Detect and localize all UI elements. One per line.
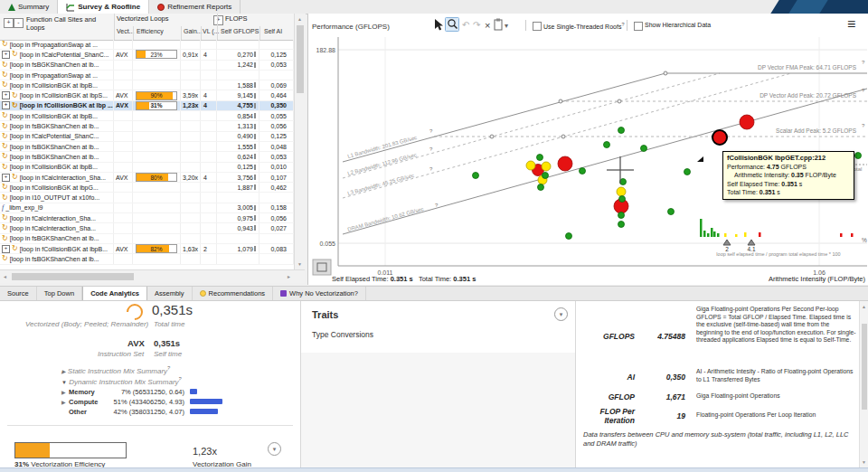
- loop-label: _libm_exp_l9: [5, 204, 42, 211]
- column-header-function[interactable]: Function Call Sites and Loops: [26, 15, 109, 32]
- table-row[interactable]: +↻[loop in fCollisionBGK at lbp ...AVX31…: [0, 101, 294, 111]
- roofline-dot-green[interactable]: [618, 127, 625, 134]
- column-header-vect[interactable]: Vect...: [117, 28, 134, 34]
- table-row[interactable]: ↻[loop in fsBGKShanChen at lb...0,6240,0…: [0, 152, 294, 162]
- expand-all-button[interactable]: +: [4, 18, 14, 28]
- roofline-dot-yellow[interactable]: [526, 161, 535, 170]
- tab-summary[interactable]: Summary: [0, 0, 58, 14]
- roofline-dot-red-selected[interactable]: [712, 130, 727, 145]
- help-mark[interactable]: ?: [429, 146, 433, 152]
- table-row[interactable]: ↻[loop in fCollisionBGK at lbpB...0,8540…: [0, 111, 294, 121]
- expand-icon[interactable]: +: [2, 91, 10, 99]
- table-row[interactable]: ↻[loop in fCalcPotential_ShanC...0,4900,…: [0, 132, 294, 142]
- scrollbar-thumb[interactable]: [297, 25, 304, 93]
- roofline-dot-green[interactable]: [618, 212, 625, 219]
- help-mark[interactable]: ?: [862, 88, 865, 93]
- table-row[interactable]: ↻[loop in fCalcInteraction_Sha...0,9750,…: [0, 213, 294, 223]
- collapse-chevron-icon[interactable]: ▾: [554, 307, 568, 321]
- help-mark[interactable]: ?: [429, 128, 433, 134]
- table-row[interactable]: ↻[loop in fCollisionBGK at lbpB...0,1250…: [0, 163, 294, 173]
- table-row[interactable]: ↻[loop in fPropagationSwap at ...: [0, 40, 294, 50]
- help-mark[interactable]: ?: [862, 60, 865, 65]
- histogram-slider-handle[interactable]: [723, 240, 731, 245]
- group-header-vectorized-loops[interactable]: Vectorized Loops: [117, 14, 169, 23]
- roofline-dot-green[interactable]: [542, 173, 549, 179]
- table-row[interactable]: ↻[loop in fCalcInteraction_Sha...0,9430,…: [0, 223, 294, 233]
- histogram-slider-handle[interactable]: [748, 240, 755, 245]
- tab-assembly[interactable]: Assembly: [147, 287, 193, 300]
- roofline-dot-green[interactable]: [619, 196, 626, 203]
- mix-row-compute[interactable]: ▶Compute51% (433406250, 4.93): [61, 397, 222, 406]
- roofline-dot-green[interactable]: [537, 155, 543, 161]
- roofline-dot-red[interactable]: [558, 156, 572, 171]
- group-header-flops[interactable]: FLOPS: [225, 14, 248, 23]
- expand-icon[interactable]: +: [2, 174, 10, 182]
- expand-icon[interactable]: +: [2, 245, 10, 253]
- roofline-dot-green[interactable]: [566, 233, 572, 240]
- roofline-dot-green[interactable]: [684, 169, 691, 175]
- table-row[interactable]: ↻[loop in fsBGKShanChen at lb...1,3130,0…: [0, 121, 294, 131]
- loop-label: [loop in fPropagationSwap at ...: [10, 42, 98, 48]
- scrollbar-thumb[interactable]: [862, 324, 867, 410]
- mix-row-memory[interactable]: ▶Memory7% (56531250, 0.64): [61, 387, 197, 396]
- tab-survey-roofline[interactable]: Survey & Roofline: [58, 0, 149, 14]
- title-banner-art: [762, 0, 868, 14]
- roofline-dot-green[interactable]: [473, 173, 479, 179]
- tab-top-down[interactable]: Top Down: [37, 287, 82, 300]
- table-row[interactable]: ↻[loop in fsBGKShanChen at lb...1,2420,0…: [0, 61, 294, 71]
- help-mark[interactable]: ?: [862, 123, 865, 128]
- tab-code-analytics[interactable]: Code Analytics: [82, 287, 147, 300]
- expand-icon[interactable]: +: [2, 51, 10, 59]
- chart-corner-button[interactable]: [313, 260, 331, 275]
- help-mark[interactable]: ?: [435, 203, 439, 208]
- table-row[interactable]: ↻[loop in fCollisionBGK at lbpG...1,8870…: [0, 183, 294, 193]
- column-header-gain[interactable]: Gain...: [184, 28, 203, 34]
- table-row[interactable]: ↻[loop in fsBGKShanChen at lb...: [0, 234, 294, 244]
- roofline-dot-yellow[interactable]: [617, 187, 626, 196]
- roofline-dot-green[interactable]: [855, 153, 862, 159]
- roofline-plot[interactable]: 182.88 0.055 0.011 1.06 DP Vector FMA Pe…: [308, 14, 868, 276]
- roofline-dot-green[interactable]: [604, 142, 610, 148]
- table-row[interactable]: ↻[loop in I10_OUTPUT at x10fo...: [0, 193, 294, 203]
- tooltip-row: Performance: 4.75 GFLOPS: [727, 163, 850, 172]
- histogram-markers[interactable]: 24.1: [723, 240, 756, 252]
- collapse-all-button[interactable]: -: [14, 18, 24, 28]
- table-row[interactable]: +↻[loop in fCollisionBGK at lbpB...AVX82…: [0, 244, 294, 254]
- scrollbar-thumb[interactable]: [12, 273, 134, 280]
- table-row[interactable]: +↻[loop in fCollisionBGK at lbpS...AVX90…: [0, 90, 294, 100]
- roofline-dot-green[interactable]: [538, 184, 544, 191]
- table-row[interactable]: ↻[loop in fCollisionBGK at lbpB...1,5880…: [0, 80, 294, 90]
- loop-icon: ↻: [2, 133, 8, 140]
- tab-source[interactable]: Source: [0, 287, 37, 300]
- roofline-dot-green[interactable]: [641, 146, 647, 152]
- table-row[interactable]: f_libm_exp_l93,0050,158: [0, 203, 294, 213]
- table-row[interactable]: ↻[loop in fsBGKShanChen at lb...1,5550,0…: [0, 142, 294, 152]
- roofline-dot-red[interactable]: [740, 115, 754, 129]
- column-header-self-gflops[interactable]: Self GFLOPS: [221, 28, 259, 34]
- dynamic-mix-toggle[interactable]: ▼ Dynamic Instruction Mix Summary?: [61, 376, 182, 386]
- roofline-dot-green[interactable]: [580, 168, 586, 175]
- roofline-dot-green[interactable]: [618, 222, 625, 228]
- table-vertical-scrollbar[interactable]: ▲ ▼: [294, 14, 306, 269]
- histogram-handle[interactable]: [697, 156, 703, 162]
- static-mix-toggle[interactable]: ▶ Static Instruction Mix Summary?: [61, 365, 170, 375]
- table-row[interactable]: ↻[loop in fsBGKShanChen at lb...: [0, 254, 294, 264]
- roofline-dot-green[interactable]: [668, 209, 675, 215]
- table-row[interactable]: +↻[loop in fCalcInteraction_Sha...AVX80%…: [0, 173, 294, 183]
- metrics-scrollbar[interactable]: ▲ ▼: [859, 301, 868, 467]
- column-header-self-ai[interactable]: Self AI: [264, 28, 282, 34]
- table-row[interactable]: ↻[loop in fPropagationSwap at ...: [0, 71, 294, 80]
- expand-icon[interactable]: +: [2, 101, 10, 109]
- table-horizontal-scrollbar[interactable]: ◄ ►: [0, 269, 305, 283]
- tab-why-no-vectorization[interactable]: Why No Vectorization?: [273, 287, 366, 300]
- tab-refinement-reports[interactable]: Refinement Reports: [149, 0, 241, 14]
- loop-icon: ↻: [12, 102, 18, 109]
- column-header-efficiency[interactable]: Efficiency: [137, 28, 164, 34]
- group-collapse-icon[interactable]: +: [213, 15, 223, 25]
- collapse-chevron-icon[interactable]: ▾: [268, 442, 281, 456]
- tab-recommendations[interactable]: Recommendations: [193, 287, 274, 300]
- roofline-dot-yellow[interactable]: [542, 162, 551, 171]
- histogram-percent: %: [862, 237, 867, 243]
- table-row[interactable]: +↻[loop in fCalcPotential_ShanC...AVX23%…: [0, 50, 294, 60]
- help-mark[interactable]: ?: [429, 166, 433, 172]
